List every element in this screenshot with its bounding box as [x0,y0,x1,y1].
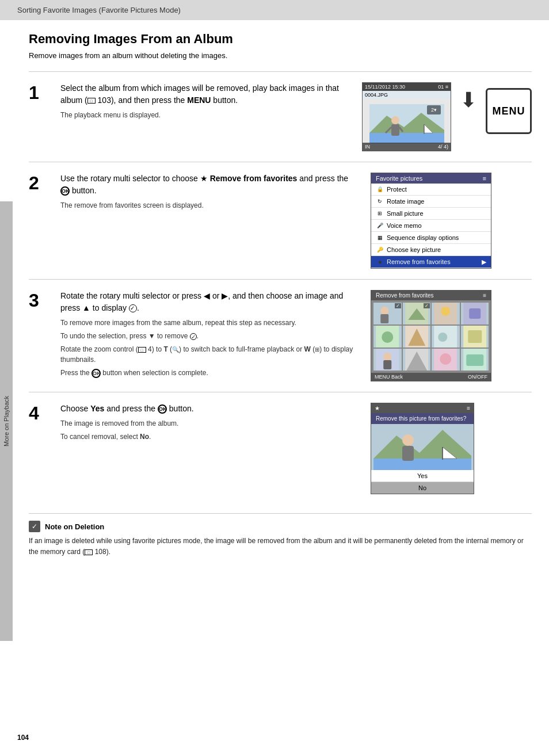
key-label: Choose key picture [387,246,441,253]
svg-point-25 [438,333,447,342]
step-3-instruction: Rotate the rotary multi selector or pres… [60,290,359,314]
note-box: ✓ Note on Deletion If an image is delete… [29,513,532,558]
thumb-cell-9 [373,349,402,371]
step-2-instruction: Use the rotary multi selector to choose … [60,173,359,197]
header-text: Sorting Favorite Images (Favorite Pictur… [17,6,181,14]
thumb-panel-title: Remove from favorites ≡ [371,291,491,300]
protect-label: Protect [387,186,407,193]
menu-button-image: MENU [486,88,532,134]
note-title: Note on Deletion [45,522,104,531]
step-3-note-1: To remove more images from the same albu… [60,318,359,328]
checkmark-circle [129,304,137,312]
step-3: 3 Rotate the rotary multi selector or pr… [29,279,532,392]
arrow-right-icon: ▶ [482,258,486,266]
book-ref-icon: □ [87,98,96,104]
step-4-images: ★ ≡ Remove this picture from favorites? [371,403,532,494]
sequence-icon: ▦ [376,234,384,242]
confirm-yes[interactable]: Yes [371,470,474,482]
svg-point-12 [380,307,388,315]
step-1-body: Select the album from which images will … [60,82,350,151]
screen-filename: 0004.JPG [363,91,451,99]
step-4: 4 Choose Yes and press the OK button. Th… [29,392,532,505]
protect-icon: 🔒 [376,185,384,193]
camera-screen-1: 15/11/2012 15:30 01 ≡ 0004.JPG [362,82,451,151]
screen-bottom-right: 4/ 4) [438,144,448,150]
svg-rect-6 [391,124,399,136]
step-1-images: 15/11/2012 15:30 01 ≡ 0004.JPG [362,82,532,151]
ok-symbol-2: OK [60,186,70,196]
thumb-panel-title-text: Remove from favorites [376,292,434,299]
thumb-panel: Remove from favorites ≡ ✓ ✓ [371,290,491,381]
svg-point-17 [441,307,450,316]
menu-item-small: ⊞ Small picture [371,208,491,220]
step-4-note-2: To cancel removal, select No. [60,432,359,442]
t-label: T [163,345,167,353]
thumb-cell-1: ✓ [373,303,402,324]
rotate-label: Rotate image [387,198,424,205]
step-1-instruction: Select the album from which images will … [60,82,350,106]
svg-rect-13 [380,314,388,323]
zoom-in-icon: 🔍 [172,346,179,353]
menu-item-protect: 🔒 Protect [371,184,491,196]
w-label: W [304,345,311,353]
svg-rect-30 [383,360,391,369]
menu-panel: Favorite pictures ≡ 🔒 Protect ↻ Rotate i… [371,173,491,269]
thumb-panel-title-icon: ≡ [483,292,486,299]
book-ref-icon-3: □ [85,549,93,555]
ok-symbol-4: OK [158,404,167,414]
thumb-cell-11 [432,349,460,371]
screen-bottom-left: IN [365,144,370,150]
thumb-cell-4 [461,303,489,324]
thumb-cell-7 [432,326,460,348]
confirm-no[interactable]: No [371,482,474,494]
svg-point-5 [391,116,399,124]
key-icon: 🔑 [376,246,384,254]
thumb-bottom-onoff: ON/OFF [468,374,487,380]
checkmark-circle-2 [190,333,197,340]
thumb-cell-8 [461,326,489,348]
remove-fav-menu-label: Remove from favorites [387,258,451,265]
main-content: Removing Images From an Album Remove ima… [0,20,549,569]
menu-item-voice: 🎤 Voice memo [371,220,491,232]
menu-item-key: 🔑 Choose key picture [371,244,491,256]
step-3-note-4: Press the OK button when selection is co… [60,368,359,378]
step-4-note-1: The image is removed from the album. [60,418,359,429]
step-2-body: Use the rotary multi selector to choose … [60,173,359,269]
down-arrow-icon: ⬇ [457,85,480,115]
step-2-number: 2 [29,173,49,269]
step-1-number: 1 [29,82,49,151]
thumb-bottom-back: MENU Back [375,374,403,380]
thumb-grid: ✓ ✓ [371,300,491,373]
thumb-cell-2: ✓ [403,303,431,324]
page-subtitle: Remove images from an album without dele… [29,51,532,60]
svg-rect-27 [468,330,482,343]
screen-topbar: 15/11/2012 15:30 01 ≡ [363,83,451,91]
svg-rect-36 [466,354,483,366]
person-illustration: 2▾ [363,99,451,148]
thumb-cell-3 [432,303,460,324]
step-3-note-2: To undo the selection, press ▼ to remove… [60,331,359,341]
step-4-number: 4 [29,403,49,494]
screen-bottombar: IN 4/ 4) [363,143,451,151]
menu-item-remove-fav: ★ Remove from favorites ▶ [371,256,491,268]
svg-point-29 [383,353,391,361]
no-label: No [140,433,149,441]
page-number: 104 [17,734,29,742]
header-bar: Sorting Favorite Images (Favorite Pictur… [0,0,549,20]
confirm-question-text: Remove this picture from favorites? [376,415,466,422]
star-icon: ★ [376,258,384,266]
note-check-icon: ✓ [29,521,40,532]
thumb-panel-bottom: MENU Back ON/OFF [371,373,491,381]
book-ref-icon-2: □ [138,347,146,353]
step-3-body: Rotate the rotary multi selector or pres… [60,290,359,381]
rotate-icon: ↻ [376,197,384,205]
confirm-panel-title: ★ ≡ [371,403,474,413]
svg-rect-41 [402,446,414,461]
step-3-number: 3 [29,290,49,381]
thumbnails-icon: ⊞ [315,346,319,353]
svg-point-34 [440,353,451,365]
confirm-title-icon: ≡ [467,405,470,411]
menu-panel-title: Favorite pictures ≡ [371,173,491,184]
thumb-cell-10 [403,349,431,371]
menu-label: MENU [187,96,211,105]
